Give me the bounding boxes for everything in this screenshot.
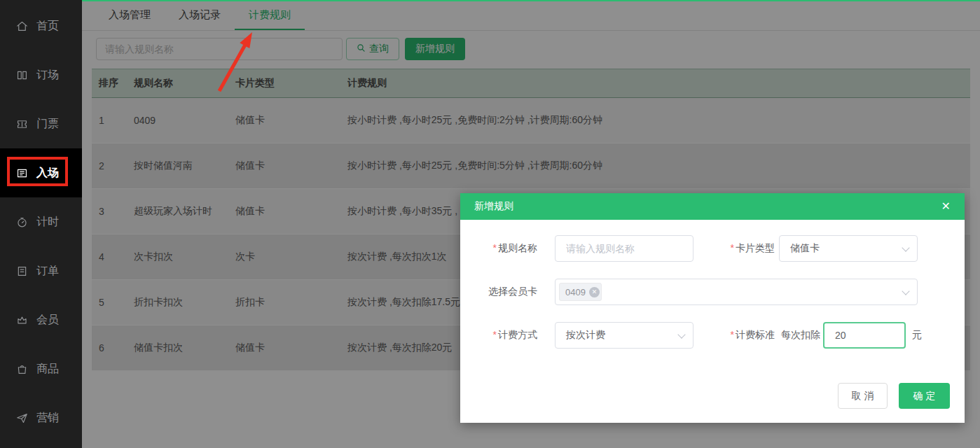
rule-name-field[interactable] xyxy=(555,235,693,262)
billing-standard-suffix: 元 xyxy=(912,329,922,342)
dialog-footer: 取 消 确 定 xyxy=(460,383,965,423)
sidebar-item-booking[interactable]: 订场 xyxy=(0,50,82,99)
sidebar-item-label: 会员 xyxy=(36,313,59,328)
required-mark: * xyxy=(493,329,497,340)
sidebar-item-label: 计时 xyxy=(36,215,59,230)
rule-name-label: *规则名称 xyxy=(460,242,555,255)
sidebar-item-marketing[interactable]: 营销 xyxy=(0,393,82,442)
billing-standard-label: *计费标准 xyxy=(693,329,779,342)
card-type-label: *卡片类型 xyxy=(693,242,779,255)
sidebar-item-label: 订单 xyxy=(36,264,59,279)
sidebar-item-label: 首页 xyxy=(36,19,59,34)
member-card-tag-label: 0409 xyxy=(565,287,586,298)
required-mark: * xyxy=(493,242,497,253)
close-icon[interactable]: ✕ xyxy=(941,201,951,212)
card-type-select[interactable]: 储值卡 xyxy=(779,235,918,262)
ticket-icon xyxy=(15,118,29,131)
order-icon xyxy=(15,265,29,278)
sidebar-item-label: 商品 xyxy=(36,362,59,377)
sidebar-item-entry[interactable]: 入场 xyxy=(0,148,82,197)
required-mark: * xyxy=(731,329,734,340)
billing-method-select[interactable]: 按次计费 xyxy=(555,322,693,349)
top-accent-line xyxy=(82,0,980,1)
sidebar-item-timer[interactable]: 计时 xyxy=(0,197,82,246)
billing-amount-field[interactable] xyxy=(823,322,906,349)
chevron-down-icon xyxy=(902,287,909,295)
billing-method-label: *计费方式 xyxy=(460,329,555,342)
form-row-2: 选择会员卡 0409 ✕ xyxy=(460,279,965,305)
sidebar-item-order[interactable]: 订单 xyxy=(0,246,82,295)
member-icon xyxy=(15,314,29,327)
marketing-icon xyxy=(15,412,29,425)
form-row-1: *规则名称 *卡片类型 储值卡 xyxy=(460,235,965,262)
member-card-tag: 0409 ✕ xyxy=(559,283,602,301)
booking-icon xyxy=(15,69,29,82)
sidebar-item-member[interactable]: 会员 xyxy=(0,295,82,344)
tag-close-icon[interactable]: ✕ xyxy=(589,287,600,298)
sidebar-item-home[interactable]: 首页 xyxy=(0,1,82,50)
required-mark: * xyxy=(731,242,734,253)
member-card-label: 选择会员卡 xyxy=(460,286,555,298)
sidebar-item-label: 入场 xyxy=(36,166,59,181)
entry-icon xyxy=(15,167,29,180)
chevron-down-icon xyxy=(902,244,909,251)
timer-icon xyxy=(15,216,29,229)
billing-standard-prefix: 每次扣除 xyxy=(781,329,820,342)
dialog-title: 新增规则 xyxy=(474,200,513,213)
member-card-select[interactable]: 0409 ✕ xyxy=(555,279,918,305)
chevron-down-icon xyxy=(677,330,685,338)
billing-method-value: 按次计费 xyxy=(566,329,605,342)
card-type-value: 储值卡 xyxy=(790,242,820,255)
home-icon xyxy=(15,20,29,33)
sidebar-nav: 首页 订场 门票 入场 计时 订单 会员 商品 营销 xyxy=(0,0,82,448)
dialog-body: *规则名称 *卡片类型 储值卡 选择会员卡 0409 ✕ xyxy=(460,220,965,365)
confirm-button[interactable]: 确 定 xyxy=(899,383,950,409)
sidebar-item-label: 门票 xyxy=(36,117,59,132)
sidebar-item-label: 营销 xyxy=(36,411,59,426)
sidebar-item-ticket[interactable]: 门票 xyxy=(0,99,82,148)
sidebar-item-label: 订场 xyxy=(36,68,59,83)
add-rule-dialog: 新增规则 ✕ *规则名称 *卡片类型 储值卡 选择会员卡 0409 ✕ xyxy=(460,193,965,423)
goods-icon xyxy=(15,363,29,376)
cancel-button[interactable]: 取 消 xyxy=(838,383,888,409)
dialog-header: 新增规则 ✕ xyxy=(460,193,965,220)
app-root: 首页 订场 门票 入场 计时 订单 会员 商品 营销 入场管理入场记录计费规则 xyxy=(0,0,980,448)
form-row-3: *计费方式 按次计费 *计费标准 每次扣除 元 xyxy=(460,322,965,349)
sidebar-item-goods[interactable]: 商品 xyxy=(0,344,82,393)
